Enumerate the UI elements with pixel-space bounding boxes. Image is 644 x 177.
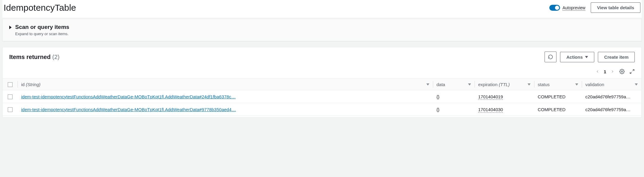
cell-expiration: 1701404019: [478, 94, 503, 100]
svg-point-0: [621, 71, 623, 72]
row-checkbox[interactable]: [8, 107, 13, 112]
select-all-checkbox[interactable]: [8, 82, 13, 87]
expand-icon: [629, 69, 635, 74]
gear-icon: [619, 69, 625, 74]
caret-right-icon: [9, 26, 12, 29]
items-count: (2): [52, 54, 60, 60]
table-row: idem-test-idempotencytestFunctionsAddWea…: [3, 90, 641, 103]
column-header-status[interactable]: status: [534, 79, 582, 90]
column-header-id[interactable]: id (String): [18, 79, 433, 90]
page-title: IdempotencyTable: [4, 3, 549, 13]
settings-button[interactable]: [619, 69, 625, 74]
scan-query-title: Scan or query items: [15, 24, 69, 30]
autopreview-label: Autopreview: [562, 5, 585, 10]
cell-expiration: 1701404030: [478, 107, 503, 113]
create-item-button[interactable]: Create item: [598, 52, 635, 62]
cell-status: COMPLETED: [534, 103, 582, 116]
chevron-right-icon: [610, 69, 615, 74]
fullscreen-button[interactable]: [629, 69, 635, 74]
page-number: 1: [604, 69, 606, 74]
scan-query-subtitle: Expand to query or scan items.: [15, 32, 69, 36]
cell-data: {}: [433, 103, 475, 116]
toggle-switch-icon[interactable]: [549, 5, 560, 11]
next-page-button[interactable]: [610, 69, 615, 74]
scan-query-expander[interactable]: Scan or query items Expand to query or s…: [3, 19, 641, 41]
pagination: 1: [595, 69, 615, 74]
item-id-link[interactable]: idem-test-idempotencytestFunctionsAddWea…: [21, 107, 236, 112]
filter-icon[interactable]: [528, 83, 531, 86]
column-header-data[interactable]: data: [433, 79, 475, 90]
row-checkbox[interactable]: [8, 94, 13, 99]
refresh-button[interactable]: [545, 52, 556, 62]
items-returned-title: Items returned (2): [9, 54, 545, 60]
prev-page-button[interactable]: [595, 69, 600, 74]
item-id-link[interactable]: idem-test-idempotencytestFunctionsAddWea…: [21, 94, 236, 99]
refresh-icon: [548, 54, 553, 60]
filter-icon[interactable]: [575, 83, 578, 86]
filter-icon[interactable]: [426, 83, 429, 86]
cell-data: {}: [433, 90, 475, 103]
view-table-details-button[interactable]: View table details: [591, 2, 640, 13]
cell-validation: c20ad4d76fe97759a…: [582, 103, 641, 116]
actions-dropdown-button[interactable]: Actions: [560, 52, 594, 62]
items-table: id (String) data expiration (TTL): [3, 78, 641, 116]
cell-validation: c20ad4d76fe97759a…: [582, 90, 641, 103]
caret-down-icon: [585, 56, 588, 58]
autopreview-toggle[interactable]: Autopreview: [549, 5, 585, 11]
table-row: idem-test-idempotencytestFunctionsAddWea…: [3, 103, 641, 116]
chevron-left-icon: [595, 69, 600, 74]
filter-icon[interactable]: [468, 83, 471, 86]
filter-icon[interactable]: [635, 83, 638, 86]
cell-status: COMPLETED: [534, 90, 582, 103]
column-header-expiration[interactable]: expiration (TTL): [475, 79, 534, 90]
column-header-validation[interactable]: validation: [582, 79, 641, 90]
